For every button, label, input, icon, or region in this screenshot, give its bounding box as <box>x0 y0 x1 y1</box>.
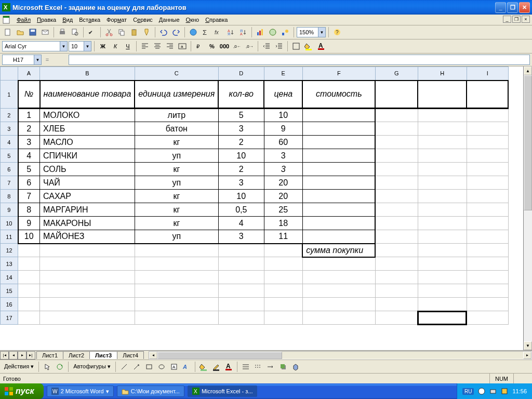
cell[interactable] <box>467 244 508 257</box>
cell[interactable]: уп <box>135 230 218 244</box>
workbook-restore-button[interactable]: ❐ <box>512 16 521 23</box>
line-color-tool-icon[interactable] <box>210 361 222 373</box>
arrow-tool-icon[interactable] <box>131 361 142 373</box>
column-header[interactable]: I <box>467 67 508 81</box>
cell[interactable]: 10 <box>218 149 264 163</box>
open-file-icon[interactable] <box>15 26 26 38</box>
print-icon[interactable] <box>57 26 68 38</box>
active-cell[interactable] <box>418 311 467 325</box>
cell[interactable] <box>135 284 218 298</box>
hyperlink-icon[interactable] <box>188 26 199 38</box>
cell[interactable]: 10 <box>18 230 40 244</box>
cell[interactable] <box>302 257 375 271</box>
window-minimize-button[interactable]: _ <box>495 2 506 13</box>
select-objects-icon[interactable] <box>42 361 53 373</box>
cell[interactable] <box>467 109 508 122</box>
cell[interactable] <box>302 217 375 230</box>
cell[interactable] <box>18 311 40 325</box>
cell[interactable] <box>467 81 508 109</box>
line-style-icon[interactable] <box>240 361 251 373</box>
function-icon[interactable]: fx <box>212 26 224 38</box>
name-box[interactable]: ▼ <box>2 55 42 65</box>
arrow-style-icon[interactable] <box>265 361 276 373</box>
table-header-cell[interactable]: наименование товара <box>40 81 135 109</box>
taskbar-item[interactable]: C:\Мои документ... <box>117 385 184 397</box>
format-painter-icon[interactable] <box>141 26 152 38</box>
cell[interactable] <box>418 149 467 163</box>
autosum-icon[interactable]: Σ <box>200 26 211 38</box>
cell[interactable] <box>375 122 418 136</box>
cell[interactable] <box>467 311 508 325</box>
cell[interactable] <box>264 298 302 311</box>
cell[interactable] <box>418 109 467 122</box>
borders-icon[interactable] <box>290 41 302 52</box>
cut-icon[interactable] <box>103 26 115 38</box>
chevron-down-icon[interactable]: ▼ <box>318 28 325 37</box>
cell[interactable] <box>418 176 467 190</box>
cell[interactable] <box>302 163 375 176</box>
row-header[interactable]: 14 <box>1 271 18 284</box>
cell[interactable]: 9 <box>18 217 40 230</box>
cell[interactable] <box>375 257 418 271</box>
spreadsheet-grid[interactable]: A B C D E F G H I 1№наименование товарае… <box>0 66 509 325</box>
name-cell[interactable]: ЧАЙ <box>40 176 135 190</box>
cell[interactable] <box>40 311 135 325</box>
cell[interactable]: кг <box>135 136 218 149</box>
name-cell[interactable]: МАРГАРИН <box>40 203 135 217</box>
comma-style-icon[interactable]: 000 <box>219 41 230 52</box>
font-name-dropdown[interactable]: ▼ <box>2 41 68 51</box>
italic-button[interactable]: К <box>110 41 121 52</box>
cell[interactable] <box>467 149 508 163</box>
cell[interactable] <box>18 257 40 271</box>
workbook-close-button[interactable]: × <box>522 16 530 23</box>
row-header[interactable]: 3 <box>1 122 18 136</box>
menu-data[interactable]: Данные <box>156 16 183 24</box>
taskbar-item-active[interactable]: X Microsoft Excel - з... <box>188 385 258 397</box>
cell[interactable] <box>302 109 375 122</box>
start-button[interactable]: пуск <box>0 383 44 399</box>
cell[interactable] <box>467 257 508 271</box>
cell[interactable] <box>418 190 467 203</box>
table-header-cell[interactable]: единица измерения <box>135 81 218 109</box>
sheet-tab[interactable]: Лист1 <box>36 351 63 359</box>
column-header[interactable]: G <box>375 67 418 81</box>
menu-edit[interactable]: Правка <box>34 16 59 24</box>
rotate-icon[interactable] <box>54 361 65 373</box>
row-header[interactable]: 12 <box>1 244 18 257</box>
cell[interactable] <box>18 244 40 257</box>
cell[interactable] <box>418 122 467 136</box>
cell[interactable] <box>418 203 467 217</box>
menu-tools[interactable]: Сервис <box>130 16 156 24</box>
cell[interactable] <box>467 203 508 217</box>
name-cell[interactable]: МАСЛО <box>40 136 135 149</box>
increase-indent-icon[interactable] <box>273 41 285 52</box>
cell[interactable]: 60 <box>264 136 302 149</box>
zoom-value[interactable] <box>297 29 318 35</box>
cell[interactable] <box>467 217 508 230</box>
cell[interactable] <box>375 217 418 230</box>
scroll-down-icon[interactable]: ▼ <box>524 341 532 350</box>
cell[interactable]: 3 <box>218 122 264 136</box>
cell[interactable]: 2 <box>18 122 40 136</box>
formula-input[interactable] <box>69 55 529 64</box>
chart-wizard-icon[interactable] <box>255 26 266 38</box>
copy-icon[interactable] <box>116 26 127 38</box>
row-header[interactable]: 16 <box>1 298 18 311</box>
cell[interactable]: 5 <box>218 109 264 122</box>
cell[interactable] <box>218 311 264 325</box>
cell[interactable] <box>375 298 418 311</box>
row-header[interactable]: 8 <box>1 190 18 203</box>
cell[interactable] <box>135 298 218 311</box>
cell[interactable] <box>302 284 375 298</box>
row-header[interactable]: 9 <box>1 203 18 217</box>
font-color-tool-icon[interactable]: A <box>223 361 234 373</box>
cell[interactable]: 0,5 <box>218 203 264 217</box>
cell[interactable] <box>418 136 467 149</box>
cell[interactable] <box>302 149 375 163</box>
scroll-left-icon[interactable]: ◂ <box>149 352 157 359</box>
rectangle-tool-icon[interactable] <box>143 361 155 373</box>
cell[interactable]: 6 <box>18 176 40 190</box>
cell[interactable]: 2 <box>218 163 264 176</box>
cell[interactable] <box>302 298 375 311</box>
sort-desc-icon[interactable]: ЯА <box>237 26 249 38</box>
